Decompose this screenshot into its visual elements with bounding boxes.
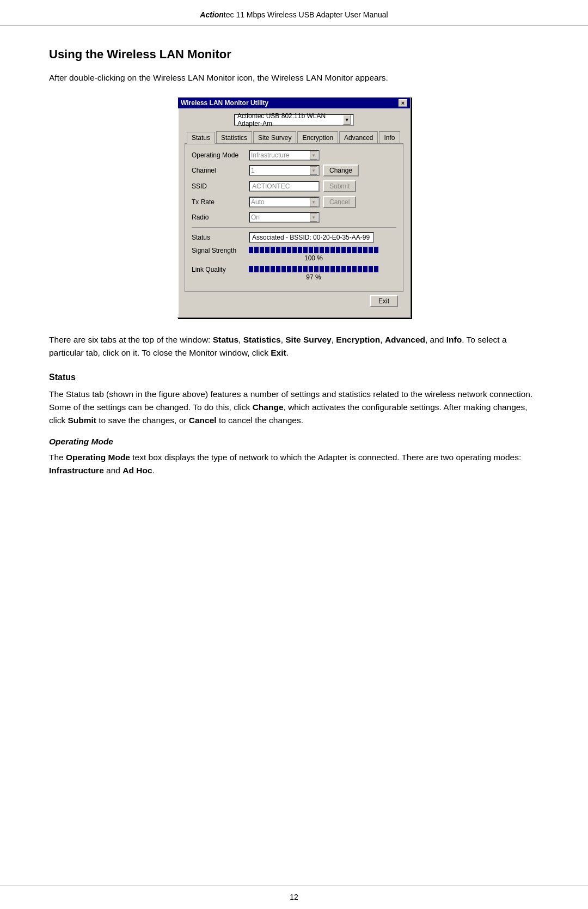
signal-bar-3 [260,247,264,253]
radio-value: On [251,213,260,221]
radio-arrow[interactable]: ▼ [310,213,317,222]
intro-paragraph: After double-clicking on the Wireless LA… [49,71,539,84]
signal-bar-19 [347,247,351,253]
lq-bar-21 [358,266,362,272]
link-quality-display: 97 % [249,266,378,281]
tab-status[interactable]: Status [187,132,215,144]
radio-row: Radio On ▼ [192,212,396,223]
ssid-input[interactable]: ACTIONTEC [249,181,320,192]
lq-bar-2 [254,266,259,272]
signal-bar-17 [336,247,340,253]
signal-bar-8 [287,247,291,253]
signal-bar-1 [249,247,253,253]
radio-select[interactable]: On ▼ [249,212,320,223]
operating-mode-bold: Operating Mode [66,453,130,462]
tabs-description: There are six tabs at the top of the win… [49,333,539,359]
signal-bars [249,247,378,253]
operating-mode-select[interactable]: Infrastructure ▼ [249,150,320,161]
channel-arrow[interactable]: ▼ [310,166,317,175]
signal-strength-label: Signal Strength [192,247,249,254]
tabs-bold-status: Status [213,335,238,344]
lq-bar-4 [265,266,270,272]
signal-bar-2 [254,247,259,253]
content-area: Using the Wireless LAN Monitor After dou… [0,26,588,886]
dialog-close-button[interactable]: × [399,99,407,107]
lq-bar-19 [347,266,351,272]
signal-bar-7 [281,247,286,253]
cancel-button[interactable]: Cancel [323,196,356,208]
tabs-bold-site-survey: Site Survey [285,335,331,344]
signal-bar-15 [325,247,329,253]
adapter-row: Actiontec USB 802.11b WLAN Adapter-Am ▼ [185,114,403,126]
status-panel: Operating Mode Infrastructure ▼ Channel [185,144,403,292]
change-bold: Change [253,402,284,412]
lq-bar-6 [276,266,280,272]
exit-bold: Exit [271,348,286,357]
tab-encryption[interactable]: Encryption [297,131,338,143]
signal-bar-6 [276,247,280,253]
status-value: Associated - BSSID: 00-20-E0-35-AA-99 [249,232,374,243]
dialog-wrapper: Wireless LAN Monitor Utility × Actiontec… [49,96,539,318]
signal-bar-12 [309,247,313,253]
signal-bar-20 [352,247,357,253]
channel-value: 1 [251,167,255,174]
page-header: Actiontec 11 Mbps Wireless USB Adapter U… [0,0,588,26]
tab-statistics[interactable]: Statistics [216,131,252,143]
signal-bar-16 [330,247,335,253]
lq-bar-20 [352,266,357,272]
lq-bar-11 [303,266,308,272]
exit-button[interactable]: Exit [370,295,398,307]
intro-text: After double-clicking on the Wireless LA… [49,73,388,82]
lq-bar-9 [292,266,297,272]
infrastructure-bold: Infrastructure [49,466,104,475]
signal-bar-14 [320,247,324,253]
link-quality-row: Link Quality [192,266,396,281]
header-text: Actiontec 11 Mbps Wireless USB Adapter U… [200,10,388,19]
submit-bold: Submit [68,416,96,425]
change-button[interactable]: Change [323,164,359,176]
signal-bar-5 [271,247,275,253]
lq-bar-22 [363,266,367,272]
adapter-label: Actiontec USB 802.11b WLAN Adapter-Am [237,112,341,127]
tx-rate-arrow[interactable]: ▼ [310,198,317,206]
adapter-select[interactable]: Actiontec USB 802.11b WLAN Adapter-Am ▼ [234,114,354,126]
operating-mode-heading: Operating Mode [49,437,539,447]
channel-row: Channel 1 ▼ Change [192,164,396,176]
tx-rate-label: Tx Rate [192,198,249,206]
ssid-label: SSID [192,182,249,190]
cancel-bold: Cancel [189,416,217,425]
signal-bar-10 [298,247,302,253]
dialog-title: Wireless LAN Monitor Utility [181,99,268,107]
link-quality-bars [249,266,378,272]
tab-site-survey[interactable]: Site Survey [253,131,296,143]
operating-mode-arrow[interactable]: ▼ [310,151,317,160]
status-section-heading: Status [49,373,539,382]
adapter-dropdown-arrow[interactable]: ▼ [343,115,351,125]
operating-mode-body: The Operating Mode text box displays the… [49,451,539,477]
brand-name: Action [200,10,224,19]
tx-rate-controls: Auto ▼ Cancel [249,196,356,208]
page-footer: 12 [0,886,588,909]
header-title: tec 11 Mbps Wireless USB Adapter User Ma… [224,10,388,19]
lq-bar-23 [369,266,373,272]
link-quality-value: 97 % [249,273,378,281]
signal-strength-display: 100 % [249,247,378,262]
tab-info[interactable]: Info [379,131,400,143]
link-quality-label: Link Quality [192,266,249,273]
lq-bar-17 [336,266,340,272]
tx-rate-select[interactable]: Auto ▼ [249,197,320,208]
status-label: Status [192,234,249,241]
lq-bar-18 [341,266,346,272]
tab-advanced[interactable]: Advanced [339,131,378,143]
operating-mode-label: Operating Mode [192,151,249,159]
page: Actiontec 11 Mbps Wireless USB Adapter U… [0,0,588,909]
channel-select[interactable]: 1 ▼ [249,165,320,176]
lq-bar-8 [287,266,291,272]
signal-bar-18 [341,247,346,253]
submit-button[interactable]: Submit [323,180,356,192]
tabs-bold-advanced: Advanced [385,335,425,344]
channel-label: Channel [192,167,249,174]
lq-bar-3 [260,266,264,272]
signal-bar-4 [265,247,270,253]
tabs-bold-info: Info [446,335,462,344]
